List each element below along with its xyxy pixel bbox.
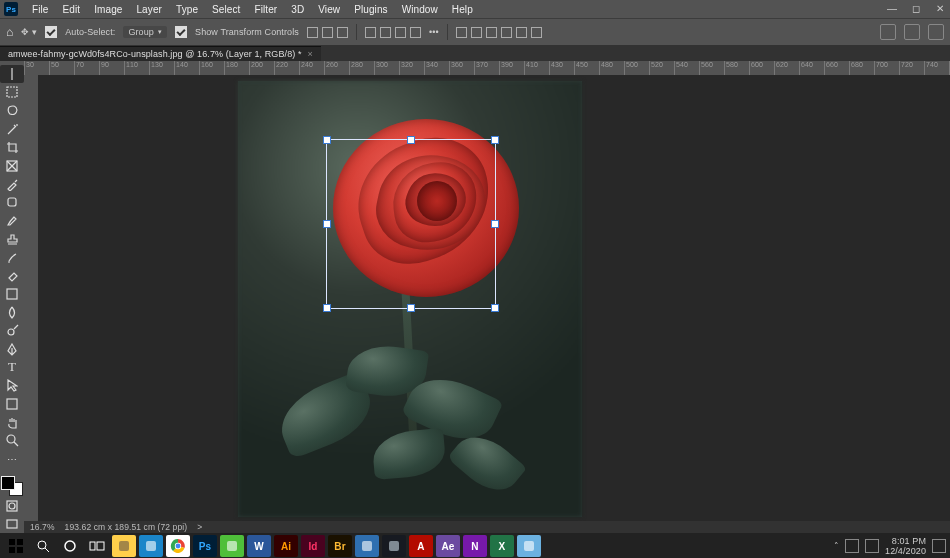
document-tabbar: amwee-fahmy-gcWd0fs4RCo-unsplash.jpg @ 1… xyxy=(0,45,950,61)
tb-illustrator[interactable]: Ai xyxy=(274,535,298,557)
window-restore[interactable]: ◻ xyxy=(910,3,922,15)
menu-help[interactable]: Help xyxy=(446,2,479,17)
menu-window[interactable]: Window xyxy=(396,2,444,17)
window-minimize[interactable]: — xyxy=(886,3,898,15)
stamp-tool[interactable] xyxy=(0,230,24,248)
dodge-tool[interactable] xyxy=(0,322,24,340)
tb-photoshop[interactable]: Ps xyxy=(193,535,217,557)
zoom-level[interactable]: 16.7% xyxy=(30,522,55,532)
autoselect-checkbox[interactable] xyxy=(45,26,57,38)
menu-edit[interactable]: Edit xyxy=(57,2,87,17)
marquee-tool[interactable] xyxy=(0,83,24,101)
menu-select[interactable]: Select xyxy=(206,2,246,17)
tb-app-green[interactable] xyxy=(220,535,244,557)
screenmode-tool[interactable] xyxy=(0,515,24,533)
tb-acrobat[interactable]: A xyxy=(409,535,433,557)
tb-aftereffects[interactable]: Ae xyxy=(436,535,460,557)
history-brush-tool[interactable] xyxy=(0,248,24,266)
quickmask-tool[interactable] xyxy=(0,496,24,514)
svg-line-7 xyxy=(14,325,18,329)
canvas[interactable] xyxy=(38,75,950,521)
share-icon[interactable] xyxy=(904,24,920,40)
frame-tool[interactable] xyxy=(0,157,24,175)
handle-s[interactable] xyxy=(407,304,415,312)
brush-tool[interactable] xyxy=(0,212,24,230)
menu-plugins[interactable]: Plugins xyxy=(348,2,394,17)
menu-view[interactable]: View xyxy=(312,2,346,17)
tb-indesign[interactable]: Id xyxy=(301,535,325,557)
handle-ne[interactable] xyxy=(491,136,499,144)
svg-line-19 xyxy=(45,548,49,552)
menu-layer[interactable]: Layer xyxy=(130,2,168,17)
handle-sw[interactable] xyxy=(323,304,331,312)
handle-nw[interactable] xyxy=(323,136,331,144)
tb-explorer[interactable] xyxy=(112,535,136,557)
tb-paint3d[interactable] xyxy=(517,535,541,557)
tb-excel[interactable]: X xyxy=(490,535,514,557)
autoselect-mode[interactable]: Group ▾ xyxy=(123,26,167,38)
menu-3d[interactable]: 3D xyxy=(285,2,310,17)
tb-edge[interactable] xyxy=(139,535,163,557)
tb-bridge[interactable]: Br xyxy=(328,535,352,557)
svg-point-20 xyxy=(65,541,75,551)
eraser-tool[interactable] xyxy=(0,267,24,285)
tb-steam[interactable] xyxy=(382,535,406,557)
lasso-tool[interactable] xyxy=(0,102,24,120)
distribute-icons[interactable] xyxy=(365,27,421,38)
svg-point-18 xyxy=(38,541,46,549)
close-tab-icon[interactable]: × xyxy=(308,49,313,59)
menu-filter[interactable]: Filter xyxy=(248,2,283,17)
tb-app-blue[interactable] xyxy=(355,535,379,557)
color-swatch[interactable] xyxy=(1,476,23,496)
wand-tool[interactable] xyxy=(0,120,24,138)
more-options[interactable]: ••• xyxy=(429,27,439,37)
blur-tool[interactable] xyxy=(0,303,24,321)
clock[interactable]: 8:01 PM12/4/2020 xyxy=(885,536,926,556)
menu-image[interactable]: Image xyxy=(88,2,128,17)
handle-se[interactable] xyxy=(491,304,499,312)
pen-tool[interactable] xyxy=(0,340,24,358)
showtc-label: Show Transform Controls xyxy=(195,27,299,37)
tb-chrome[interactable] xyxy=(166,535,190,557)
menu-type[interactable]: Type xyxy=(170,2,204,17)
showtc-checkbox[interactable] xyxy=(175,26,187,38)
canvas-area: 3050709011013014016018020022024026028030… xyxy=(24,61,950,533)
window-close[interactable]: ✕ xyxy=(934,3,946,15)
status-arrow[interactable]: > xyxy=(197,522,202,532)
app-icon: Ps xyxy=(4,2,18,16)
tb-word[interactable]: W xyxy=(247,535,271,557)
search-icon[interactable] xyxy=(880,24,896,40)
eyedropper-tool[interactable] xyxy=(0,175,24,193)
tb-cortana[interactable] xyxy=(58,535,82,557)
hand-tool[interactable] xyxy=(0,413,24,431)
crop-tool[interactable] xyxy=(0,138,24,156)
gradient-tool[interactable] xyxy=(0,285,24,303)
type-tool[interactable]: T xyxy=(0,358,24,376)
workspace-icon[interactable] xyxy=(928,24,944,40)
tb-onenote[interactable]: N xyxy=(463,535,487,557)
tray-network-icon[interactable] xyxy=(845,539,859,553)
align-icons[interactable] xyxy=(307,27,348,38)
edit-toolbar[interactable]: ⋯ xyxy=(0,450,24,468)
handle-n[interactable] xyxy=(407,136,415,144)
3d-mode-icons[interactable] xyxy=(456,27,542,38)
tb-taskview[interactable] xyxy=(85,535,109,557)
document-tab[interactable]: amwee-fahmy-gcWd0fs4RCo-unsplash.jpg @ 1… xyxy=(0,46,321,61)
shape-tool[interactable] xyxy=(0,395,24,413)
transform-bbox[interactable] xyxy=(326,139,496,309)
zoom-tool[interactable] xyxy=(0,432,24,450)
tray-volume-icon[interactable] xyxy=(865,539,879,553)
handle-e[interactable] xyxy=(491,220,499,228)
menu-file[interactable]: File xyxy=(26,2,55,17)
move-tool[interactable] xyxy=(0,65,24,83)
handle-w[interactable] xyxy=(323,220,331,228)
tray-chevron-icon[interactable]: ˄ xyxy=(834,541,839,551)
home-icon[interactable]: ⌂ xyxy=(6,25,13,39)
svg-rect-17 xyxy=(17,547,23,553)
tb-start[interactable] xyxy=(4,535,28,557)
notification-icon[interactable] xyxy=(932,539,946,553)
svg-rect-21 xyxy=(90,542,95,550)
heal-tool[interactable] xyxy=(0,193,24,211)
path-select-tool[interactable] xyxy=(0,377,24,395)
tb-search[interactable] xyxy=(31,535,55,557)
